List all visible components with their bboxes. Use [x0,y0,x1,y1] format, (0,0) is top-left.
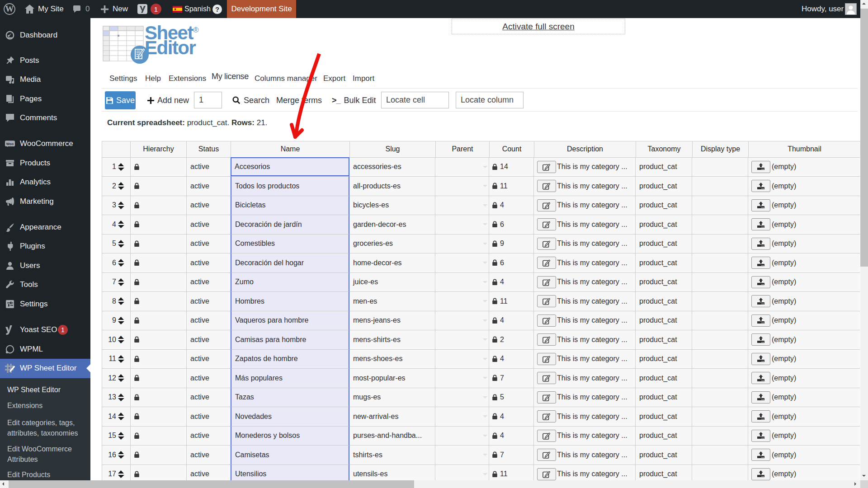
svg-text:W: W [5,4,14,14]
svg-text:Woo: Woo [6,141,14,145]
